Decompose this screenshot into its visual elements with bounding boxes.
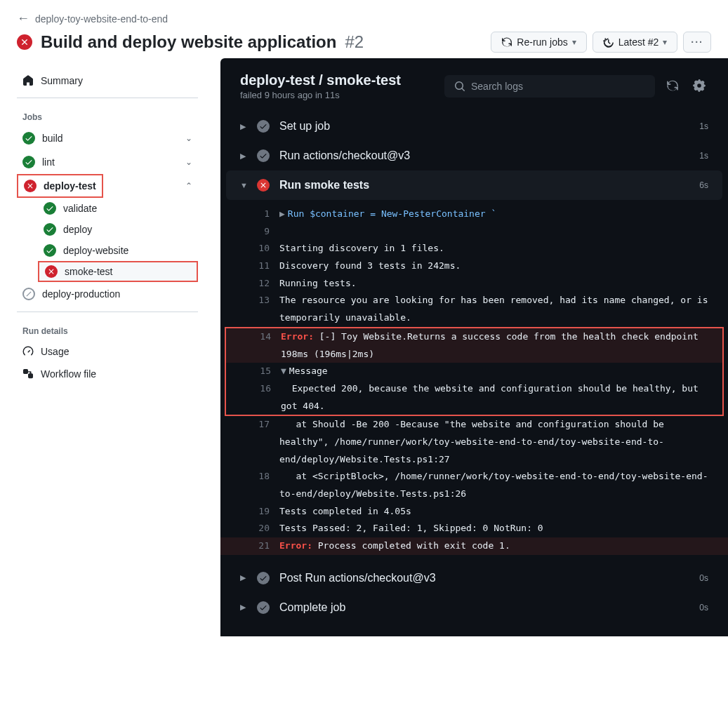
- history-icon: [603, 36, 614, 48]
- workflow-icon: [22, 368, 34, 380]
- kebab-icon: ···: [691, 36, 703, 48]
- search-logs-input[interactable]: Search logs: [444, 75, 655, 98]
- log-line[interactable]: 19Tests completed in 4.05s: [220, 503, 728, 521]
- success-icon: [44, 223, 56, 236]
- job-label: deploy-production: [42, 288, 120, 300]
- log-line[interactable]: 11Discovery found 3 tests in 242ms.: [220, 257, 728, 275]
- log-line[interactable]: 17 at Should -Be 200 -Because "the websi…: [220, 416, 728, 468]
- success-dark-icon: [257, 120, 270, 133]
- jobs-heading: Jobs: [17, 104, 198, 126]
- back-arrow-icon[interactable]: ←: [17, 11, 29, 26]
- status-fail-icon: [17, 34, 32, 50]
- caret-right-icon: ▶: [240, 573, 247, 582]
- chevron-down-icon: ▾: [572, 37, 576, 47]
- step-time: 1s: [699, 121, 708, 131]
- meter-icon: [22, 346, 34, 357]
- fail-icon: [45, 265, 58, 278]
- fail-icon: [24, 180, 37, 192]
- step-time: 0s: [699, 573, 708, 583]
- caret-right-icon: ▶: [240, 152, 247, 161]
- subjob-smoke-test[interactable]: smoke-test: [38, 261, 198, 282]
- subjob-label: deploy-website: [63, 245, 128, 256]
- job-deploy-test[interactable]: deploy-test ⌃: [17, 174, 198, 198]
- caret-right-icon: ▶: [240, 122, 247, 131]
- step-label: Set up job: [279, 120, 330, 133]
- log-panel: deploy-test / smoke-test failed 9 hours …: [220, 58, 728, 636]
- success-icon: [22, 132, 35, 145]
- caret-right-icon: ▶: [240, 603, 247, 612]
- log-line[interactable]: 1▶Run $container = New-PesterContainer `: [220, 206, 728, 223]
- chevron-down-icon: ⌄: [185, 133, 192, 143]
- job-deploy-production[interactable]: deploy-production: [17, 282, 198, 306]
- subjob-label: validate: [63, 203, 97, 214]
- log-line-error[interactable]: 14Error: [-] Toy Website.Returns a succe…: [226, 328, 722, 363]
- step-setup-job[interactable]: ▶ Set up job 1s: [220, 112, 728, 141]
- job-lint[interactable]: lint ⌄: [17, 150, 198, 174]
- step-checkout[interactable]: ▶ Run actions/checkout@v3 1s: [220, 141, 728, 170]
- rerun-jobs-button[interactable]: Re-run jobs ▾: [491, 32, 586, 53]
- log-line[interactable]: 12Running tests.: [220, 275, 728, 293]
- sync-icon: [501, 36, 512, 48]
- kebab-menu-button[interactable]: ···: [683, 32, 711, 53]
- log-line[interactable]: 10Starting discovery in 1 files.: [220, 240, 728, 257]
- log-line[interactable]: 16 Expected 200, because the website and…: [226, 380, 722, 415]
- latest-label: Latest #2: [618, 36, 659, 48]
- step-label: Complete job: [279, 601, 345, 614]
- success-icon: [44, 202, 56, 215]
- chevron-down-icon: ⌄: [185, 157, 192, 167]
- step-label: Run smoke tests: [279, 179, 369, 192]
- refresh-button[interactable]: [663, 76, 682, 97]
- log-line-error[interactable]: 21Error: Process completed with exit cod…: [220, 537, 728, 555]
- job-label: build: [42, 133, 63, 144]
- workflow-file-label: Workflow file: [41, 368, 96, 380]
- sidebar: Summary Jobs build ⌄ lint ⌄ deploy-test …: [0, 58, 204, 636]
- run-title: Build and deploy website application: [41, 32, 336, 52]
- breadcrumb-workflow[interactable]: deploy-toy-website-end-to-end: [35, 13, 168, 25]
- usage-link[interactable]: Usage: [17, 340, 198, 363]
- log-line[interactable]: 9: [220, 223, 728, 241]
- success-dark-icon: [257, 149, 270, 162]
- log-output: 1▶Run $container = New-PesterContainer `…: [220, 200, 728, 563]
- log-line[interactable]: 15▼Message: [226, 363, 722, 380]
- step-label: Post Run actions/checkout@v3: [279, 572, 436, 584]
- job-label: lint: [42, 156, 55, 168]
- chevron-down-icon: ▾: [663, 37, 667, 47]
- workflow-file-link[interactable]: Workflow file: [17, 363, 198, 385]
- search-placeholder: Search logs: [471, 81, 523, 92]
- step-label: Run actions/checkout@v3: [279, 149, 410, 162]
- step-time: 1s: [699, 151, 708, 161]
- caret-down-icon: ▼: [240, 181, 247, 189]
- job-build[interactable]: build ⌄: [17, 126, 198, 150]
- log-line[interactable]: 18 at <ScriptBlock>, /home/runner/work/t…: [220, 468, 728, 502]
- run-number: #2: [345, 32, 364, 52]
- job-subtitle: failed 9 hours ago in 11s: [240, 90, 401, 100]
- log-line[interactable]: 20Tests Passed: 2, Failed: 1, Skipped: 0…: [220, 520, 728, 537]
- settings-button[interactable]: [690, 76, 708, 97]
- success-dark-icon: [257, 601, 270, 614]
- subjob-label: smoke-test: [65, 266, 112, 277]
- step-time: 0s: [699, 603, 708, 612]
- subjob-validate[interactable]: validate: [38, 198, 198, 219]
- subjob-deploy[interactable]: deploy: [38, 219, 198, 240]
- chevron-up-icon: ⌃: [185, 181, 198, 191]
- summary-link[interactable]: Summary: [17, 69, 198, 92]
- run-details-heading: Run details: [17, 318, 198, 340]
- subjob-label: deploy: [63, 224, 92, 235]
- skip-icon: [22, 288, 35, 300]
- log-line[interactable]: 13The resource you are looking for has b…: [220, 292, 728, 326]
- step-smoke-tests[interactable]: ▼ Run smoke tests 6s: [226, 170, 722, 200]
- fail-icon: [257, 179, 270, 192]
- step-post-checkout[interactable]: ▶ Post Run actions/checkout@v3 0s: [220, 563, 728, 593]
- usage-label: Usage: [41, 346, 69, 357]
- step-time: 6s: [699, 180, 708, 190]
- step-complete-job[interactable]: ▶ Complete job 0s: [220, 593, 728, 622]
- latest-attempt-button[interactable]: Latest #2 ▾: [593, 32, 678, 53]
- home-icon: [22, 75, 34, 86]
- subjob-deploy-website[interactable]: deploy-website: [38, 240, 198, 261]
- success-dark-icon: [257, 572, 270, 584]
- job-label: deploy-test: [44, 180, 96, 192]
- search-icon: [454, 81, 465, 92]
- success-icon: [22, 156, 35, 168]
- job-title: deploy-test / smoke-test: [240, 72, 401, 88]
- summary-label: Summary: [41, 75, 83, 86]
